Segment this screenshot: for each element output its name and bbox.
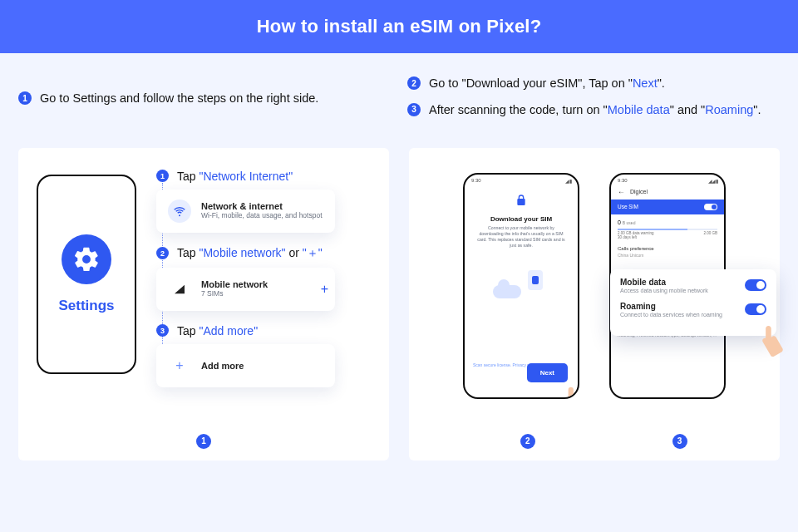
- tile-add-more[interactable]: + Add more: [156, 344, 335, 387]
- tap-hand-icon-2: [756, 323, 791, 357]
- tile1-sub: Wi-Fi, mobile, data usage, and hotspot: [201, 211, 323, 220]
- back-arrow-icon[interactable]: ←: [618, 188, 625, 196]
- sim-chip-icon: [528, 270, 543, 290]
- tap-hand-icon: [559, 384, 579, 399]
- intro-step-2-text: Go to "Download your eSIM", Tap on "Next…: [429, 75, 665, 93]
- roaming-title: Roaming: [620, 302, 722, 311]
- lock-icon: [515, 194, 528, 207]
- phone-a-desc: Connect to your mobile network by downlo…: [475, 225, 568, 249]
- statusbar-b: 9:30◢ ◢ ▮: [611, 175, 724, 185]
- signal-icon: [168, 278, 191, 301]
- step-badge-3: 3: [407, 103, 421, 116]
- substep-1: 1 Tap "Network Internet" Network & inter…: [156, 170, 371, 233]
- panel-settings-steps: Settings 1 Tap "Network Internet": [18, 148, 389, 461]
- panels-row: Settings 1 Tap "Network Internet": [18, 148, 780, 461]
- sim-illustration: [493, 268, 549, 300]
- sub-steps: 1 Tap "Network Internet" Network & inter…: [156, 170, 371, 401]
- wifi-icon: [168, 200, 191, 223]
- intro-step-2: 2 Go to "Download your eSIM", Tap on "Ne…: [407, 75, 780, 93]
- content-wrap: 1 Go to Settings and follow the steps on…: [0, 53, 798, 461]
- roaming-row[interactable]: Roaming Connect to data services when ro…: [620, 302, 766, 318]
- tile1-title: Network & internet: [201, 201, 323, 211]
- step-badge-1: 1: [18, 91, 32, 105]
- substep-2: 2 Tap "Mobile network" or "＋" Mobile net…: [156, 246, 371, 311]
- data-usage-bar: [618, 229, 717, 230]
- panel1-foot-badge: 1: [196, 434, 211, 449]
- add-icon: +: [168, 354, 191, 377]
- link-roaming: Roaming: [705, 103, 753, 116]
- substep-badge-2: 2: [156, 247, 169, 259]
- tile3-title: Add more: [201, 361, 244, 371]
- substep-badge-1: 1: [156, 170, 169, 182]
- intro-step-1-text: Go to Settings and follow the steps on t…: [40, 90, 318, 108]
- intro-row: 1 Go to Settings and follow the steps on…: [18, 71, 780, 128]
- mobile-data-sub: Access data using mobile network: [620, 288, 708, 293]
- substep-badge-3: 3: [156, 324, 169, 337]
- cloud-icon: [493, 285, 521, 298]
- tile2-sub: 7 SIMs: [201, 289, 268, 298]
- mobile-data-title: Mobile data: [620, 278, 708, 287]
- phone-b-header: ← Digicel: [611, 185, 724, 200]
- tile2-title: Mobile network: [201, 279, 268, 289]
- intro-step-1: 1 Go to Settings and follow the steps on…: [18, 90, 391, 108]
- intro-step-3: 3 After scanning the code, turn on "Mobi…: [407, 101, 780, 120]
- plus-icon[interactable]: +: [321, 282, 328, 297]
- phone-a-title: Download your SIM: [475, 215, 568, 223]
- panel-phone-screens: 9:30◢ ▮ Download your SIM Connect to you…: [409, 148, 780, 461]
- tile-network-internet[interactable]: Network & internet Wi-Fi, mobile, data u…: [156, 190, 335, 233]
- use-sim-toggle[interactable]: [704, 204, 717, 210]
- roaming-toggle[interactable]: [745, 303, 766, 315]
- gear-icon: [62, 234, 111, 284]
- use-sim-row[interactable]: Use SIM: [611, 200, 724, 214]
- calls-preference[interactable]: Calls preference: [611, 239, 724, 253]
- link-mobile-data: Mobile data: [608, 103, 670, 116]
- panel2-foot-badge-3: 3: [672, 434, 687, 449]
- toggles-callout: Mobile data Access data using mobile net…: [610, 269, 776, 336]
- intro-left: 1 Go to Settings and follow the steps on…: [18, 71, 391, 128]
- link-next: Next: [633, 76, 658, 90]
- panel2-foot-badge-2: 2: [520, 434, 535, 449]
- mobile-data-toggle[interactable]: [745, 279, 766, 291]
- settings-label: Settings: [58, 298, 114, 314]
- step-badge-2: 2: [407, 76, 421, 90]
- phone-download-sim: 9:30◢ ▮ Download your SIM Connect to you…: [463, 173, 579, 399]
- next-button[interactable]: Next: [527, 363, 568, 382]
- page-title: How to install an eSIM on Pixel?: [257, 16, 542, 37]
- roaming-sub: Connect to data services when roaming: [620, 312, 722, 318]
- intro-step-3-text: After scanning the code, turn on "Mobile…: [429, 101, 761, 120]
- settings-phone-mock: Settings: [37, 175, 136, 374]
- mobile-data-row[interactable]: Mobile data Access data using mobile net…: [620, 278, 766, 293]
- page-header: How to install an eSIM on Pixel?: [0, 0, 798, 53]
- substep-3: 3 Tap "Add more" + Add more: [156, 324, 371, 387]
- carrier-name: Digicel: [630, 189, 648, 195]
- tile-mobile-network[interactable]: Mobile network 7 SIMs +: [156, 268, 335, 311]
- statusbar-a: 9:30◢ ▮: [465, 175, 578, 185]
- intro-right: 2 Go to "Download your eSIM", Tap on "Ne…: [407, 71, 780, 128]
